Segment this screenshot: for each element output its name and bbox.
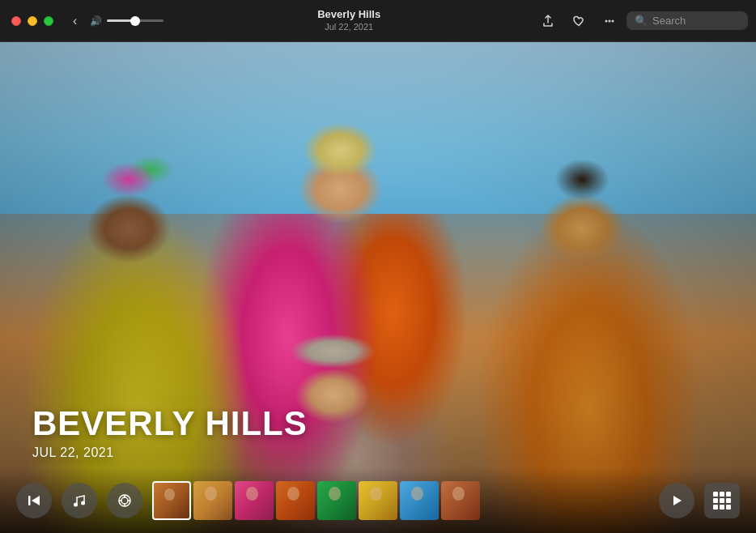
search-input[interactable] bbox=[652, 15, 740, 27]
volume-control: 🔊 bbox=[90, 15, 164, 27]
svg-point-8 bbox=[121, 497, 128, 504]
svg-marker-13 bbox=[673, 496, 682, 505]
photo-date-label: JUL 22, 2021 bbox=[32, 446, 308, 460]
titlebar-actions: 🔍 bbox=[534, 7, 756, 35]
grid-icon bbox=[713, 492, 731, 510]
grid-dot bbox=[720, 505, 724, 510]
photo-area: BEVERLY HILLS JUL 22, 2021 bbox=[0, 42, 756, 533]
thumbnail-5[interactable] bbox=[317, 481, 356, 520]
svg-point-1 bbox=[609, 19, 611, 22]
svg-point-6 bbox=[81, 501, 85, 505]
controls-bar bbox=[0, 468, 756, 533]
volume-icon: 🔊 bbox=[90, 15, 102, 27]
minimize-button[interactable] bbox=[28, 16, 37, 26]
grid-dot bbox=[713, 505, 718, 510]
music-button[interactable] bbox=[62, 483, 97, 518]
share-button[interactable] bbox=[534, 7, 562, 35]
svg-point-5 bbox=[74, 503, 78, 507]
thumbnail-3[interactable] bbox=[235, 481, 274, 520]
play-button[interactable] bbox=[659, 483, 694, 518]
svg-marker-4 bbox=[32, 496, 40, 505]
more-button[interactable] bbox=[596, 7, 623, 35]
photo-location: BEVERLY HILLS bbox=[32, 405, 308, 442]
favorite-button[interactable] bbox=[565, 7, 592, 35]
thumbnail-1[interactable] bbox=[152, 481, 191, 520]
grid-dot bbox=[726, 498, 731, 503]
grid-dot bbox=[726, 505, 731, 510]
back-to-start-button[interactable] bbox=[16, 483, 52, 518]
thumbnail-7[interactable] bbox=[400, 481, 439, 520]
thumbnail-8[interactable] bbox=[441, 481, 480, 520]
thumbnail-4[interactable] bbox=[276, 481, 315, 520]
thumbnail-2[interactable] bbox=[193, 481, 232, 520]
grid-dot bbox=[713, 498, 718, 503]
search-box[interactable]: 🔍 bbox=[626, 11, 748, 30]
svg-rect-3 bbox=[28, 496, 31, 505]
back-button[interactable]: ‹ bbox=[66, 11, 83, 32]
volume-slider[interactable] bbox=[107, 19, 164, 22]
thumbnails-strip bbox=[152, 480, 649, 522]
window-title: Beverly Hills bbox=[317, 8, 380, 22]
photo-text: BEVERLY HILLS JUL 22, 2021 bbox=[32, 405, 308, 460]
grid-dot bbox=[726, 492, 731, 497]
titlebar-center: Beverly Hills Jul 22, 2021 bbox=[164, 8, 534, 32]
search-icon: 🔍 bbox=[635, 15, 648, 27]
window-date: Jul 22, 2021 bbox=[325, 22, 373, 32]
traffic-lights bbox=[0, 16, 53, 26]
grid-view-button[interactable] bbox=[704, 483, 740, 518]
grid-dot bbox=[720, 492, 724, 497]
close-button[interactable] bbox=[11, 16, 21, 26]
grid-dot bbox=[713, 492, 718, 497]
filter-button[interactable] bbox=[107, 483, 142, 518]
titlebar: ‹ 🔊 Beverly Hills Jul 22, 2021 🔍 bbox=[0, 0, 756, 42]
thumbnail-6[interactable] bbox=[359, 481, 397, 520]
svg-point-0 bbox=[605, 19, 608, 22]
maximize-button[interactable] bbox=[44, 16, 53, 26]
svg-point-2 bbox=[612, 19, 614, 22]
grid-dot bbox=[720, 498, 724, 503]
